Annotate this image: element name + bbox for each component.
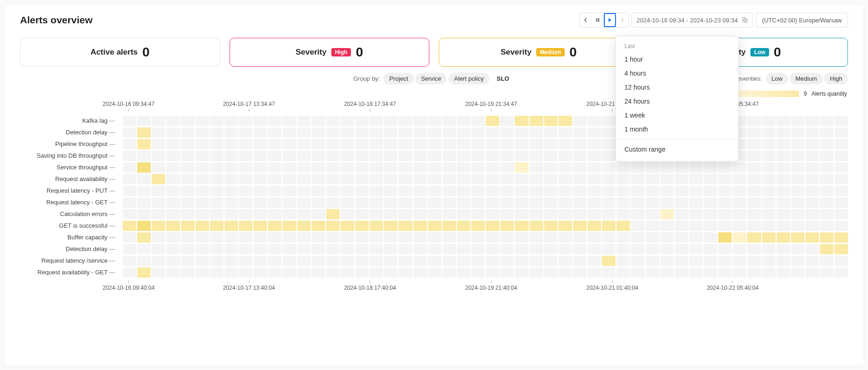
- heatmap-cell[interactable]: [282, 174, 296, 184]
- heatmap-cell[interactable]: [326, 127, 340, 138]
- heatmap-cell[interactable]: [239, 209, 252, 219]
- heatmap-cell[interactable]: [762, 256, 776, 266]
- heatmap-cell[interactable]: [326, 174, 340, 184]
- heatmap-cell[interactable]: [399, 174, 412, 184]
- heatmap-cell[interactable]: [471, 186, 485, 196]
- heatmap-cell[interactable]: [805, 197, 819, 208]
- heatmap-cell[interactable]: [428, 267, 441, 278]
- heatmap-cell[interactable]: [123, 174, 136, 184]
- heatmap-cell[interactable]: [762, 127, 776, 138]
- dropdown-item-1-month[interactable]: 1 month: [616, 122, 738, 136]
- heatmap-cell[interactable]: [602, 174, 616, 184]
- heatmap-cell[interactable]: [820, 232, 833, 243]
- heatmap-cell[interactable]: [355, 127, 369, 138]
- heatmap-cell[interactable]: [457, 221, 470, 231]
- heatmap-cell[interactable]: [370, 116, 383, 126]
- heatmap-cell[interactable]: [675, 197, 688, 208]
- heatmap-cell[interactable]: [486, 162, 499, 173]
- heatmap-cell[interactable]: [762, 174, 776, 184]
- heatmap-cell[interactable]: [210, 267, 224, 278]
- heatmap-cell[interactable]: [442, 209, 456, 219]
- heatmap-cell[interactable]: [544, 127, 558, 138]
- heatmap-cell[interactable]: [239, 186, 252, 196]
- heatmap-cell[interactable]: [166, 174, 180, 184]
- heatmap-cell[interactable]: [196, 151, 209, 161]
- heatmap-cell[interactable]: [253, 197, 267, 208]
- heatmap-cell[interactable]: [413, 244, 427, 254]
- heatmap-cell[interactable]: [428, 116, 441, 126]
- dropdown-item-1-week[interactable]: 1 week: [616, 108, 738, 122]
- heatmap-cell[interactable]: [834, 151, 848, 161]
- summary-card-2[interactable]: SeverityMedium0: [439, 38, 639, 67]
- heatmap-cell[interactable]: [544, 151, 558, 161]
- heatmap-cell[interactable]: [820, 267, 833, 278]
- heatmap-cell[interactable]: [152, 197, 165, 208]
- heatmap-cell[interactable]: [268, 139, 281, 149]
- heatmap-cell[interactable]: [457, 256, 470, 266]
- heatmap-cell[interactable]: [137, 162, 151, 173]
- heatmap-cell[interactable]: [123, 267, 136, 278]
- heatmap-cell[interactable]: [210, 256, 224, 266]
- heatmap-cell[interactable]: [471, 151, 485, 161]
- heatmap-cell[interactable]: [268, 162, 281, 173]
- heatmap-cell[interactable]: [616, 174, 630, 184]
- heatmap-cell[interactable]: [137, 197, 151, 208]
- heatmap-cell[interactable]: [486, 186, 499, 196]
- heatmap-cell[interactable]: [224, 186, 238, 196]
- heatmap-cell[interactable]: [282, 197, 296, 208]
- heatmap-cell[interactable]: [486, 151, 499, 161]
- heatmap-cell[interactable]: [152, 267, 165, 278]
- heatmap-cell[interactable]: [253, 221, 267, 231]
- heatmap-cell[interactable]: [675, 232, 688, 243]
- heatmap-cell[interactable]: [762, 162, 776, 173]
- dropdown-item-24-hours[interactable]: 24 hours: [616, 94, 738, 108]
- heatmap-cell[interactable]: [196, 197, 209, 208]
- heatmap-cell[interactable]: [413, 139, 427, 149]
- heatmap-cell[interactable]: [224, 127, 238, 138]
- heatmap-cell[interactable]: [253, 244, 267, 254]
- heatmap-cell[interactable]: [733, 162, 746, 173]
- heatmap-cell[interactable]: [820, 116, 833, 126]
- heatmap-cell[interactable]: [428, 174, 441, 184]
- heatmap-cell[interactable]: [137, 116, 151, 126]
- heatmap-cell[interactable]: [166, 197, 180, 208]
- heatmap-cell[interactable]: [181, 127, 195, 138]
- heatmap-cell[interactable]: [471, 244, 485, 254]
- heatmap-cell[interactable]: [166, 127, 180, 138]
- heatmap-cell[interactable]: [791, 186, 805, 196]
- heatmap-cell[interactable]: [297, 139, 311, 149]
- heatmap-cell[interactable]: [500, 116, 514, 126]
- heatmap-cell[interactable]: [791, 267, 805, 278]
- heatmap-cell[interactable]: [152, 232, 165, 243]
- heatmap-cell[interactable]: [297, 197, 311, 208]
- heatmap-cell[interactable]: [559, 116, 572, 126]
- heatmap-cell[interactable]: [428, 221, 441, 231]
- heatmap-cell[interactable]: [137, 139, 151, 149]
- heatmap-cell[interactable]: [573, 267, 587, 278]
- heatmap-cell[interactable]: [500, 232, 514, 243]
- heatmap-cell[interactable]: [747, 116, 761, 126]
- heatmap-cell[interactable]: [544, 174, 558, 184]
- heatmap-cell[interactable]: [123, 139, 136, 149]
- heatmap-cell[interactable]: [515, 127, 528, 138]
- heatmap-cell[interactable]: [471, 197, 485, 208]
- heatmap-cell[interactable]: [602, 139, 616, 149]
- heatmap-cell[interactable]: [239, 162, 252, 173]
- heatmap-cell[interactable]: [834, 232, 848, 243]
- heatmap-cell[interactable]: [384, 174, 398, 184]
- heatmap-cell[interactable]: [166, 162, 180, 173]
- heatmap-cell[interactable]: [704, 256, 717, 266]
- heatmap-cell[interactable]: [166, 267, 180, 278]
- heatmap-cell[interactable]: [399, 186, 412, 196]
- heatmap-cell[interactable]: [747, 162, 761, 173]
- heatmap-cell[interactable]: [181, 186, 195, 196]
- severity-chip-low[interactable]: Low: [766, 73, 788, 84]
- dropdown-item-1-hour[interactable]: 1 hour: [616, 52, 738, 66]
- groupby-chip-slo[interactable]: SLO: [491, 73, 515, 84]
- heatmap-cell[interactable]: [559, 127, 572, 138]
- heatmap-cell[interactable]: [530, 209, 543, 219]
- heatmap-cell[interactable]: [747, 174, 761, 184]
- heatmap-cell[interactable]: [689, 174, 703, 184]
- heatmap-cell[interactable]: [646, 186, 659, 196]
- groupby-chip-service[interactable]: Service: [415, 73, 447, 84]
